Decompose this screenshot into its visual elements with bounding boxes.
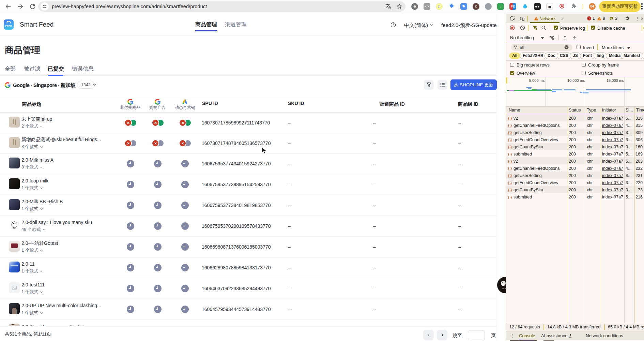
svg-text:{: { [508, 152, 509, 156]
svg-text:}: } [510, 131, 512, 134]
svg-text:}: } [510, 123, 512, 127]
svg-text:}: } [510, 166, 512, 170]
svg-text:}: } [510, 138, 512, 142]
svg-text:{: { [508, 159, 509, 163]
svg-text:{: { [508, 195, 509, 199]
svg-text:}: } [510, 159, 512, 163]
svg-text:}: } [510, 188, 512, 192]
svg-text:{: { [508, 138, 509, 142]
svg-text:}: } [510, 174, 512, 177]
svg-text:{: { [508, 131, 509, 134]
svg-text:}: } [510, 116, 512, 120]
svg-text:{: { [508, 116, 509, 120]
svg-text:{: { [508, 174, 509, 177]
svg-text:}: } [510, 145, 512, 149]
svg-text:{: { [508, 181, 509, 184]
svg-text:{: { [508, 123, 509, 127]
svg-text:{: { [508, 145, 509, 149]
svg-text:}: } [510, 181, 512, 184]
svg-text:}: } [510, 195, 512, 199]
svg-text:{: { [508, 166, 509, 170]
svg-text:{: { [508, 188, 509, 192]
svg-text:}: } [510, 152, 512, 156]
svg-text:FEED: FEED [5, 25, 12, 28]
